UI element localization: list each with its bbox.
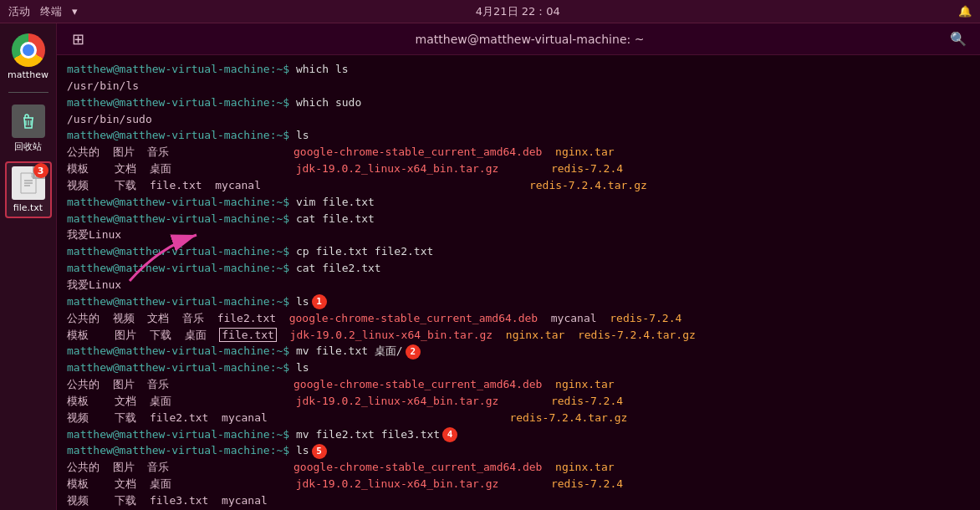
prompt: matthew@matthew-virtual-machine:~$ (67, 96, 296, 109)
sidebar-item-chrome[interactable]: matthew (5, 30, 52, 84)
terminal-line: matthew@matthew-virtual-machine:~$ which… (67, 62, 970, 78)
top-bar: 活动 终端 ▾ 4月21日 22：04 🔔 (0, 0, 980, 23)
annotation-badge-5: 5 (312, 444, 327, 459)
output-text: 我爱Linux (67, 278, 121, 291)
output-text (542, 145, 555, 158)
terminal-line: matthew@matthew-virtual-machine:~$ ls (67, 128, 970, 144)
output-text (542, 461, 555, 473)
orange-output: nginx.tar (506, 329, 564, 341)
terminal-output: 视频 下载 file2.txt mycanal redis-7.2.4.tar.… (67, 411, 970, 426)
red-output: google-chrome-stable_current_amd64.deb (293, 145, 542, 158)
terminal-output: 视频 下载 file3.txt mycanal (67, 493, 970, 509)
terminal-output: 模板 文档 桌面 jdk-19.0.2_linux-x64_bin.tar.gz… (67, 477, 970, 492)
cmd-text: ls (296, 129, 309, 141)
output-text: 视频 下载 file2.txt mycanal (67, 411, 509, 424)
output-text (277, 329, 290, 341)
chrome-circle (12, 33, 45, 67)
terminal-output: 模板 文档 桌面 jdk-19.0.2_linux-x64_bin.tar.gz… (67, 394, 970, 410)
cmd-text: which sudo (296, 96, 361, 109)
orange-output: nginx.tar (555, 461, 614, 473)
datetime: 4月21日 22：04 (476, 5, 560, 18)
output-text: 公共的 图片 音乐 (67, 378, 293, 390)
prompt: matthew@matthew-virtual-machine:~$ (67, 196, 296, 208)
terminal-title: matthew@matthew-virtual-machine: ~ (89, 33, 970, 46)
prompt: matthew@matthew-virtual-machine:~$ (67, 361, 296, 374)
annotation-badge-1: 1 (312, 294, 327, 309)
terminal-area: ⊞ matthew@matthew-virtual-machine: ~ 🔍 m… (57, 23, 980, 510)
cmd-text: mv file.txt 桌面/ (296, 344, 403, 357)
orange-output: nginx.tar (555, 378, 614, 390)
cmd-text: cp file.txt file2.txt (296, 245, 433, 258)
cmd-text: cat file.txt (296, 212, 375, 225)
prompt: matthew@matthew-virtual-machine:~$ (67, 344, 296, 357)
output-text: 模板 文档 桌面 (67, 395, 296, 407)
terminal-output: /usr/bin/ls (67, 79, 970, 94)
output-text (498, 477, 551, 490)
red-output: jdk-19.0.2_linux-x64_bin.tar.gz (296, 395, 499, 407)
terminal-output: 模板 图片 下载 桌面 file.txt jdk-19.0.2_linux-x6… (67, 328, 970, 344)
terminal-output: 公共的 图片 音乐 google-chrome-stable_current_a… (67, 460, 970, 476)
cmd-text: ls (296, 444, 309, 456)
terminal-line: matthew@matthew-virtual-machine:~$ mv fi… (67, 427, 970, 443)
terminal-content[interactable]: matthew@matthew-virtual-machine:~$ which… (57, 55, 980, 510)
output-text (498, 162, 551, 175)
orange-output: redis-7.2.4.tar.gz (509, 411, 627, 424)
terminal-output: 视频 下载 file.txt mycanal redis-7.2.4.tar.g… (67, 178, 970, 194)
top-bar-center: 4月21日 22：04 (78, 4, 958, 19)
terminal-output: /usr/bin/sudo (67, 112, 970, 128)
output-text: /usr/bin/sudo (67, 113, 152, 125)
red-output: jdk-19.0.2_linux-x64_bin.tar.gz (296, 477, 499, 490)
output-text (498, 395, 551, 407)
output-text: 公共的 图片 音乐 (67, 461, 293, 473)
terminal-output: 我爱Linux (67, 278, 970, 293)
terminal-output: 模板 文档 桌面 jdk-19.0.2_linux-x64_bin.tar.gz… (67, 161, 970, 177)
annotation-badge-4: 4 (442, 427, 457, 442)
output-text: 模板 文档 桌面 (67, 162, 296, 175)
terminal-line: matthew@matthew-virtual-machine:~$ ls (67, 360, 970, 376)
red-output: google-chrome-stable_current_amd64.deb (289, 312, 538, 324)
orange-output: redis-7.2.4.tar.gz (578, 329, 696, 341)
file-icon-wrapper: 3 (12, 166, 45, 200)
terminal-line: matthew@matthew-virtual-machine:~$ cat f… (67, 261, 970, 277)
output-text: 模板 文档 桌面 (67, 477, 296, 490)
sidebar-item-file[interactable]: 3 file.txt (5, 161, 52, 218)
terminal-output: 我爱Linux (67, 227, 970, 243)
sidebar-item-recycle[interactable]: 回收站 (5, 101, 52, 156)
output-text: 模板 图片 下载 桌面 (67, 329, 219, 341)
red-output: google-chrome-stable_current_amd64.deb (293, 378, 542, 390)
sidebar: matthew 回收站 (0, 23, 57, 510)
red-output: jdk-19.0.2_linux-x64_bin.tar.gz (296, 162, 499, 175)
terminal-line: matthew@matthew-virtual-machine:~$ which… (67, 95, 970, 111)
file-badge: 3 (33, 163, 48, 178)
orange-output: nginx.tar (555, 145, 614, 158)
orange-output: redis-7.2.4 (551, 477, 623, 490)
top-bar-right: 🔔 (958, 5, 972, 18)
orange-output: redis-7.2.4 (551, 395, 623, 407)
terminal-output: 公共的 图片 音乐 google-chrome-stable_current_a… (67, 377, 970, 393)
prompt: matthew@matthew-virtual-machine:~$ (67, 262, 296, 274)
red-output: google-chrome-stable_current_amd64.deb (293, 461, 542, 473)
output-text: /usr/bin/ls (67, 79, 139, 92)
activities-label[interactable]: 活动 (8, 4, 30, 19)
orange-output: redis-7.2.4 (551, 162, 623, 175)
prompt: matthew@matthew-virtual-machine:~$ (67, 444, 296, 456)
terminal-search-button[interactable]: 🔍 (945, 29, 972, 48)
terminal-titlebar: ⊞ matthew@matthew-virtual-machine: ~ 🔍 (57, 23, 980, 55)
terminal-line: matthew@matthew-virtual-machine:~$ ls1 (67, 294, 970, 310)
output-text (493, 329, 506, 341)
sidebar-divider (8, 92, 48, 93)
output-text (564, 329, 578, 341)
chrome-label: matthew (8, 69, 48, 80)
new-tab-button[interactable]: ⊞ (67, 28, 89, 50)
output-text: file2.txt (217, 312, 289, 324)
terminal-label[interactable]: 终端 (40, 4, 62, 19)
notification-icon[interactable]: 🔔 (958, 5, 972, 18)
output-text: 公共的 图片 音乐 (67, 145, 293, 158)
output-text: 我爱Linux (67, 228, 121, 241)
highlighted-file: file.txt (219, 328, 277, 342)
cmd-text: ls (296, 361, 309, 374)
prompt: matthew@matthew-virtual-machine:~$ (67, 295, 296, 308)
output-text (542, 378, 555, 390)
prompt: matthew@matthew-virtual-machine:~$ (67, 428, 296, 441)
top-bar-left: 活动 终端 ▾ (8, 4, 78, 19)
